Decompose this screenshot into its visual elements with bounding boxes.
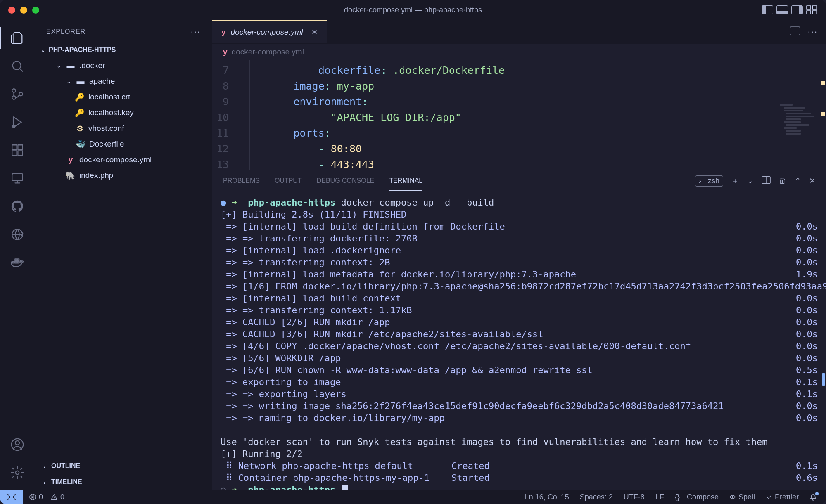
breadcrumbs[interactable]: y docker-compose.yml [212,44,826,60]
tree-folder-apache[interactable]: ⌄ ▬ apache [35,73,212,89]
panel: PROBLEMS OUTPUT DEBUG CONSOLE TERMINAL ›… [212,170,826,490]
close-panel-button[interactable]: ✕ [809,176,815,185]
editor-more-actions[interactable]: ··· [808,26,818,37]
outline-section[interactable]: › OUTLINE [35,458,212,474]
maximize-panel-button[interactable]: ⌃ [795,176,801,185]
activity-extensions[interactable] [0,136,35,164]
status-bar: 0 0 Ln 16, Col 15 Spaces: 2 UTF-8 LF {} … [0,490,826,504]
status-spell[interactable]: Spell [729,493,755,502]
panel-tab-output[interactable]: OUTPUT [275,171,302,190]
svg-rect-3 [812,11,817,14]
gear-icon [10,466,24,480]
code-editor[interactable]: 7 dockerfile: .docker/Dockerfile 8 image… [212,60,826,170]
close-tab-button[interactable]: ✕ [311,28,318,37]
tree-file-localhost-key[interactable]: 🔑 localhost.key [35,105,212,121]
panel-tab-debug-console[interactable]: DEBUG CONSOLE [317,171,375,190]
activity-bar [0,20,35,490]
status-cursor-position[interactable]: Ln 16, Col 15 [525,493,569,502]
activity-remote[interactable] [0,164,35,192]
svg-rect-11 [18,151,22,155]
status-language-mode[interactable]: {} Compose [675,493,719,502]
activity-live-share[interactable] [0,220,35,248]
svg-point-8 [12,125,15,128]
window-maximize-button[interactable] [32,7,39,14]
explorer-more-actions[interactable]: ··· [191,26,201,37]
tree-file-localhost-crt[interactable]: 🔑 localhost.crt [35,89,212,105]
svg-rect-18 [15,259,17,261]
activity-settings[interactable] [0,459,35,487]
panel-tab-problems[interactable]: PROBLEMS [223,171,260,190]
titlebar: docker-compose.yml — php-apache-https [0,0,826,20]
svg-rect-10 [12,151,17,155]
github-icon [10,199,24,213]
svg-point-22 [16,471,19,475]
window-title: docker-compose.yml — php-apache-https [344,6,482,14]
source-control-icon [10,87,24,101]
chevron-down-icon: ⌄ [65,78,72,85]
chevron-down-icon: ⌄ [40,47,46,53]
docker-icon [10,256,24,270]
status-errors[interactable]: 0 [29,493,43,502]
activity-search[interactable] [0,52,35,80]
activity-accounts[interactable] [0,431,35,459]
toggle-secondary-sidebar-icon[interactable] [791,5,803,14]
project-root[interactable]: ⌄ PHP-APACHE-HTTPS [35,44,212,56]
tree-file-index-php[interactable]: ⌄ 🐘 index.php [35,168,212,183]
toggle-primary-sidebar-icon[interactable] [762,5,773,14]
status-indentation[interactable]: Spaces: 2 [580,493,613,502]
tree-folder-docker[interactable]: ⌄ ▬ .docker [35,58,212,73]
tree-file-docker-compose[interactable]: ⌄ y docker-compose.yml [35,152,212,168]
tree-file-vhost-conf[interactable]: ⚙ vhost.conf [35,121,212,136]
new-terminal-button[interactable]: ＋ [731,176,739,186]
chevron-right-icon: › [41,479,48,485]
tab-docker-compose[interactable]: y docker-compose.yml ✕ [212,20,327,43]
svg-rect-19 [17,259,19,261]
check-icon [766,494,772,500]
folder-icon: ▬ [76,77,85,86]
config-icon: ⚙ [75,124,84,133]
terminal-shell-selector[interactable]: ›_zsh [695,175,723,187]
status-encoding[interactable]: UTF-8 [624,493,645,502]
panel-tab-terminal[interactable]: TERMINAL [389,171,422,191]
extensions-icon [10,143,24,157]
status-notifications[interactable] [809,493,817,501]
sidebar-title: EXPLORER [46,28,85,35]
split-terminal-button[interactable] [762,176,771,186]
php-icon: 🐘 [66,171,75,180]
minimap[interactable] [780,104,822,162]
key-icon: 🔑 [75,92,84,102]
files-icon [10,31,24,45]
svg-point-7 [19,92,23,96]
toggle-panel-icon[interactable] [776,5,788,14]
terminal-body[interactable]: ● ➜ php-apache-https docker-compose up -… [212,192,826,490]
kill-terminal-button[interactable]: 🗑 [779,177,786,185]
activity-run-debug[interactable] [0,108,35,136]
customize-layout-icon[interactable] [806,5,818,14]
remote-indicator[interactable] [0,490,23,504]
activity-docker[interactable] [0,248,35,277]
docker-file-icon: 🐳 [76,140,85,149]
status-prettier[interactable]: Prettier [766,493,799,502]
terminal-dropdown-button[interactable]: ⌄ [747,176,753,185]
svg-rect-0 [807,6,811,9]
timeline-section[interactable]: › TIMELINE [35,474,212,490]
eye-icon [729,494,736,500]
split-editor-button[interactable] [790,26,800,37]
remote-explorer-icon [10,171,24,185]
status-eol[interactable]: LF [655,493,664,502]
svg-point-28 [732,496,733,497]
folder-icon: ▬ [66,61,75,70]
activity-source-control[interactable] [0,80,35,108]
status-warnings[interactable]: 0 [50,493,64,502]
terminal-scrollbar[interactable] [819,192,826,490]
tree-file-dockerfile[interactable]: ⌄ 🐳 Dockerfile [35,136,212,152]
activity-explorer[interactable] [0,24,35,52]
svg-rect-9 [12,145,17,149]
window-minimize-button[interactable] [20,7,27,14]
window-close-button[interactable] [8,7,15,14]
key-icon: 🔑 [75,108,84,118]
activity-github[interactable] [0,192,35,220]
svg-point-6 [12,96,16,99]
search-icon [10,59,24,73]
svg-rect-12 [18,145,22,149]
